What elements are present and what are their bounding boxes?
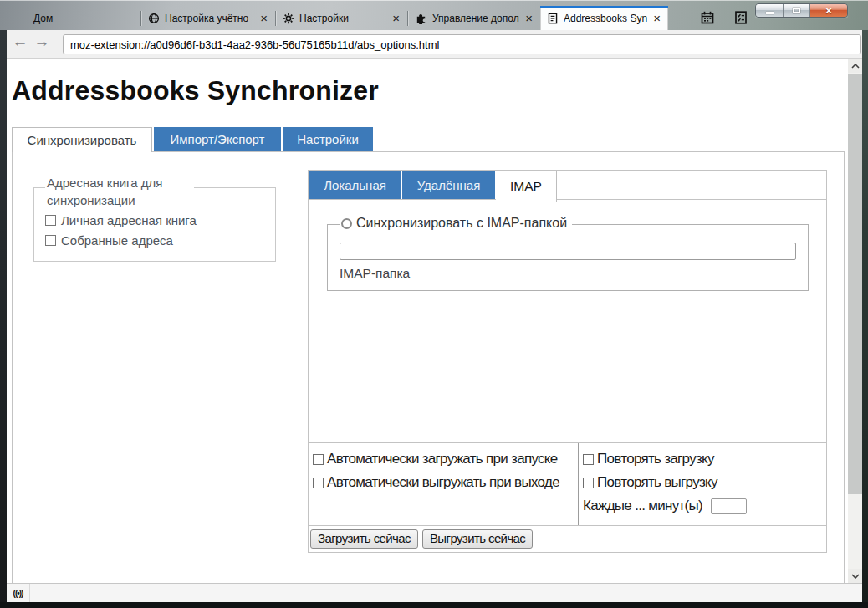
sync-tab-bar: Локальная Удалённая IMAP (308, 170, 827, 200)
checkbox-row: Собранные адреса (45, 233, 275, 248)
interval-minutes-input[interactable] (711, 498, 747, 514)
close-tab-icon[interactable]: × (259, 13, 268, 24)
synchronize-panel: Адресная книга для синхронизации Личная … (12, 151, 845, 583)
tab-account-setup[interactable]: Настройка учётно × (141, 6, 275, 30)
close-tab-icon[interactable]: × (391, 13, 401, 24)
auto-upload-checkbox[interactable] (313, 478, 324, 488)
checkbox-row: Личная адресная книга (45, 213, 275, 227)
gear-icon (283, 13, 294, 24)
tab-addons-manager[interactable]: Управление допол × (408, 6, 540, 30)
tab-strip: Дом Настройка учётно × Настройки × Управ… (8, 6, 668, 30)
checkbox-label: Личная адресная книга (61, 213, 197, 227)
vertical-scrollbar[interactable] (848, 59, 862, 583)
option-label: Повторять выгрузку (597, 474, 717, 491)
imap-folder-label: IMAP-папка (340, 266, 796, 281)
tab-options[interactable]: Настройки (283, 127, 373, 151)
page-title: Addressbooks Synchronizer (12, 75, 379, 106)
tab-home[interactable]: Дом (8, 6, 140, 30)
titlebar: Дом Настройка учётно × Настройки × Управ… (0, 0, 868, 30)
tab-label: Addressbooks Sync (564, 13, 647, 24)
globe-icon (148, 13, 160, 24)
checkbox-label: Собранные адреса (61, 233, 173, 248)
imap-legend-label: Синхронизировать с IMAP-папкой (356, 216, 567, 231)
status-icon-box[interactable]: ((•)) (7, 584, 30, 602)
tab-label: Дом (33, 13, 134, 24)
window-controls: × (755, 3, 848, 18)
broadcast-icon: ((•)) (13, 589, 23, 598)
close-button[interactable]: × (810, 4, 847, 17)
interval-row: Каждые ... минут(ы) (583, 498, 826, 514)
option-row: Автоматически загружать при запуске (313, 451, 578, 467)
option-row: Повторять загрузку (583, 451, 826, 467)
scrollbar-thumb[interactable] (848, 74, 862, 494)
personal-addressbook-checkbox[interactable] (45, 215, 56, 226)
tab-addressbooks-synchronizer[interactable]: Addressbooks Sync × (540, 6, 668, 30)
addressbooks-legend: Адресная книга для синхронизации (45, 174, 194, 209)
collected-addresses-checkbox[interactable] (45, 235, 56, 246)
url-bar[interactable] (63, 34, 861, 54)
scroll-down-icon[interactable] (848, 569, 862, 583)
imap-sync-radio[interactable] (341, 218, 352, 229)
auto-options-column: Автоматически загружать при запуске Авто… (309, 443, 578, 525)
calendar-icon[interactable] (699, 9, 716, 26)
tab-local[interactable]: Локальная (309, 171, 401, 199)
main-tab-bar: Синхронизировать Импорт/Экспорт Настройк… (12, 127, 373, 152)
window-frame-left (0, 30, 7, 608)
tab-label: Настройка учётно (165, 13, 254, 24)
sync-settings-area: Локальная Удалённая IMAP Синхронизироват… (308, 170, 827, 553)
auto-sync-options: Автоматически загружать при запуске Авто… (308, 442, 827, 526)
tab-import-export[interactable]: Импорт/Экспорт (154, 127, 281, 151)
download-now-button[interactable]: Загрузить сейчас (310, 529, 418, 549)
puzzle-icon (415, 12, 427, 24)
page-content: Addressbooks Synchronizer Синхронизирова… (7, 59, 862, 583)
tab-synchronize[interactable]: Синхронизировать (12, 127, 152, 152)
imap-fieldset: Синхронизировать с IMAP-папкой IMAP-папк… (327, 224, 809, 291)
scroll-up-icon[interactable] (848, 59, 862, 73)
upload-now-button[interactable]: Выгрузить сейчас (422, 529, 533, 549)
tab-remote[interactable]: Удалённая (402, 171, 495, 199)
back-icon[interactable]: ← (10, 33, 30, 51)
forward-icon[interactable]: → (32, 33, 52, 51)
tab-label: Управление допол (432, 13, 519, 24)
close-tab-icon[interactable]: × (524, 13, 534, 24)
option-label: Автоматически загружать при запуске (327, 451, 558, 467)
tab-imap[interactable]: IMAP (496, 171, 557, 202)
repeat-options-column: Повторять загрузку Повторять выгрузку Ка… (578, 443, 826, 525)
addressbooks-fieldset: Адресная книга для синхронизации Личная … (33, 187, 276, 262)
window-frame-bottom (0, 602, 868, 608)
option-row: Автоматически выгружать при выходе (313, 474, 578, 491)
imap-tab-panel: Синхронизировать с IMAP-папкой IMAP-папк… (308, 199, 827, 443)
auto-download-checkbox[interactable] (313, 454, 324, 465)
option-label: Повторять загрузку (597, 451, 714, 467)
navigation-bar: ← → (7, 30, 862, 59)
status-bar: ((•)) (7, 583, 862, 602)
minimize-button[interactable] (756, 4, 784, 17)
maximize-button[interactable] (784, 4, 810, 17)
repeat-download-checkbox[interactable] (583, 454, 594, 465)
close-tab-icon[interactable]: × (652, 13, 661, 24)
imap-legend: Синхронизировать с IMAP-папкой (340, 216, 572, 231)
tasks-icon[interactable] (733, 9, 749, 26)
option-label: Автоматически выгружать при выходе (327, 474, 559, 491)
tab-settings[interactable]: Настройки × (276, 6, 407, 30)
document-icon (547, 13, 559, 24)
maximize-icon (793, 8, 800, 13)
option-row: Повторять выгрузку (583, 474, 826, 491)
tab-label: Настройки (299, 13, 386, 24)
interval-label: Каждые ... минут(ы) (583, 498, 702, 514)
action-buttons-row: Загрузить сейчас Выгрузить сейчас (308, 525, 827, 553)
minimize-icon (766, 12, 774, 14)
window-frame-right (862, 30, 868, 608)
repeat-upload-checkbox[interactable] (583, 478, 594, 488)
imap-folder-input[interactable] (340, 243, 796, 260)
